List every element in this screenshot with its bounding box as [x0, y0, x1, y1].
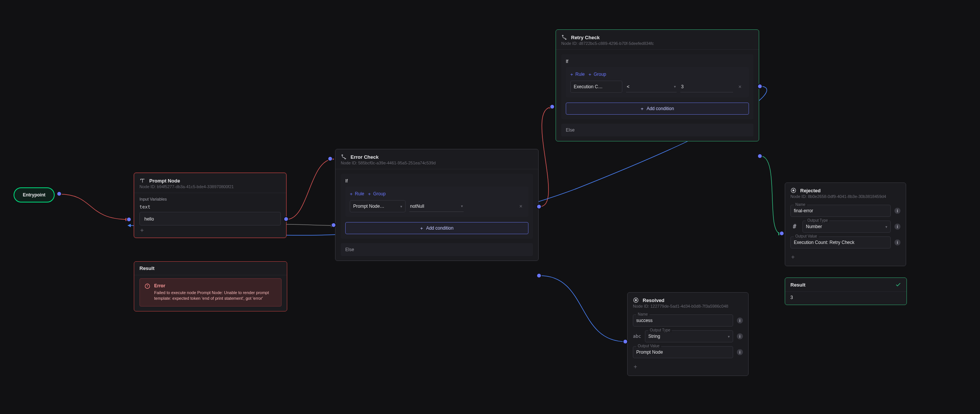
result-value: 3: [785, 292, 907, 305]
add-rule-button[interactable]: +Rule: [570, 72, 585, 77]
condition-field-select[interactable]: Prompt Node…▾: [350, 200, 406, 212]
else-block: Else: [341, 243, 533, 256]
result-title: Result: [140, 266, 154, 271]
prompt-text-input-port[interactable]: [127, 218, 131, 221]
if-label: If: [345, 178, 528, 184]
input-variables-label: Input Variables: [140, 197, 281, 201]
info-icon[interactable]: i: [894, 239, 900, 245]
error-check-node[interactable]: Error Check Node ID: 585bcf0c-a39e-4461-…: [335, 149, 539, 261]
svg-point-4: [793, 189, 794, 191]
rejected-id: Node ID: 8b0e2658-0df9-4041-8b3e-30b3818…: [785, 194, 906, 202]
error-check-if-port[interactable]: [537, 205, 541, 209]
error-banner: Error Failed to execute node Prompt Node…: [140, 278, 282, 307]
add-rule-button[interactable]: +Rule: [350, 191, 364, 196]
else-block: Else: [561, 124, 754, 137]
info-icon[interactable]: i: [737, 317, 743, 323]
prompt-result-card: Result Error Failed to execute node Prom…: [134, 261, 287, 311]
type-string-icon: abc: [633, 332, 641, 341]
add-condition-button[interactable]: +Add condition: [566, 103, 749, 115]
check-icon: [895, 282, 901, 288]
branch-icon: [561, 34, 567, 40]
error-check-input-port[interactable]: [328, 157, 332, 161]
info-icon[interactable]: i: [737, 333, 743, 339]
info-icon[interactable]: i: [894, 208, 900, 214]
variable-name: text: [140, 204, 281, 210]
entrypoint-output-port[interactable]: [57, 192, 61, 196]
svg-point-2: [635, 299, 636, 301]
type-number-icon: #: [791, 223, 799, 231]
terminal-out-icon: [791, 187, 796, 193]
warning-icon: [144, 283, 150, 289]
condition-value-input[interactable]: [680, 81, 733, 92]
add-condition-button[interactable]: +Add condition: [345, 222, 528, 234]
prompt-output-port[interactable]: [284, 217, 288, 221]
retry-check-title: Retry Check: [571, 35, 600, 40]
info-icon[interactable]: i: [737, 349, 743, 355]
output-name-field[interactable]: Name success: [633, 314, 733, 326]
entrypoint-label: Entrypoint: [23, 192, 46, 197]
resolved-id: Node ID: 122779de-5ad1-4d34-b0d8-7f3a598…: [628, 304, 748, 312]
branch-icon: [341, 154, 347, 160]
error-message: Failed to execute node Prompt Node: Unab…: [154, 290, 277, 302]
entrypoint-node[interactable]: Entrypoint: [14, 187, 55, 202]
condition-field-select[interactable]: Execution C…: [570, 81, 622, 93]
rejected-node[interactable]: Rejected Node ID: 8b0e2658-0df9-4041-8b3…: [785, 183, 906, 266]
error-title: Error: [154, 283, 277, 288]
rejected-title: Rejected: [800, 188, 821, 193]
retry-check-id: Node ID: d8722bc5-c889-4296-b70f-5deefed…: [556, 41, 759, 49]
output-type-select[interactable]: Output Type String▾: [645, 330, 733, 342]
prompt-node[interactable]: Prompt Node Node ID: b94f5277-db3a-41c5-…: [134, 173, 286, 238]
variable-value-input[interactable]: [143, 216, 278, 222]
remove-condition-button[interactable]: ×: [737, 84, 743, 90]
output-type-select[interactable]: Output Type Number▾: [802, 221, 891, 232]
resolved-node[interactable]: Resolved Node ID: 122779de-5ad1-4d34-b0d…: [627, 292, 749, 376]
condition-block: +Rule +Group Prompt Node…▾ notNull▾ ×: [345, 186, 528, 217]
terminal-out-icon: [633, 297, 639, 303]
resolved-input-port[interactable]: [624, 340, 627, 344]
error-check-input-port-2[interactable]: [332, 223, 336, 227]
add-variable-button[interactable]: +: [140, 226, 281, 234]
prompt-node-title: Prompt Node: [149, 178, 180, 184]
add-output-button[interactable]: +: [633, 362, 743, 370]
error-check-else-port[interactable]: [537, 274, 541, 277]
workflow-canvas[interactable]: Entrypoint Prompt Node Node ID: b94f5277…: [0, 0, 980, 414]
retry-check-else-port[interactable]: [758, 154, 762, 158]
retry-check-input-port[interactable]: [550, 105, 554, 108]
rejected-result-card: Result 3: [785, 277, 907, 305]
prompt-node-id: Node ID: b94f5277-db3a-41c5-bde4-3389708…: [134, 185, 286, 193]
error-check-id: Node ID: 585bcf0c-a39e-4461-95a5-251ea74…: [336, 161, 538, 169]
output-name-field[interactable]: Name final-error: [791, 205, 891, 217]
if-label: If: [566, 59, 749, 64]
condition-operator-select[interactable]: notNull▾: [409, 201, 464, 212]
rejected-input-port[interactable]: [780, 231, 784, 235]
output-value-field[interactable]: Output Value Execution Count: Retry Chec…: [791, 236, 891, 248]
add-output-button[interactable]: +: [791, 252, 900, 261]
retry-check-if-port[interactable]: [758, 84, 762, 88]
info-icon[interactable]: i: [894, 224, 900, 229]
condition-operator-select[interactable]: <▾: [626, 81, 676, 92]
error-check-title: Error Check: [350, 154, 379, 160]
resolved-title: Resolved: [643, 298, 665, 303]
text-icon: [140, 178, 145, 184]
add-group-button[interactable]: +Group: [589, 72, 606, 77]
remove-condition-button[interactable]: ×: [518, 203, 524, 209]
retry-check-node[interactable]: Retry Check Node ID: d8722bc5-c889-4296-…: [555, 29, 759, 142]
result-title: Result: [791, 282, 805, 288]
condition-block: +Rule +Group Execution C… <▾: [566, 67, 749, 97]
variable-value-field[interactable]: [140, 212, 281, 226]
output-value-field[interactable]: Output Value Prompt Node: [633, 346, 733, 358]
add-group-button[interactable]: +Group: [368, 191, 386, 196]
